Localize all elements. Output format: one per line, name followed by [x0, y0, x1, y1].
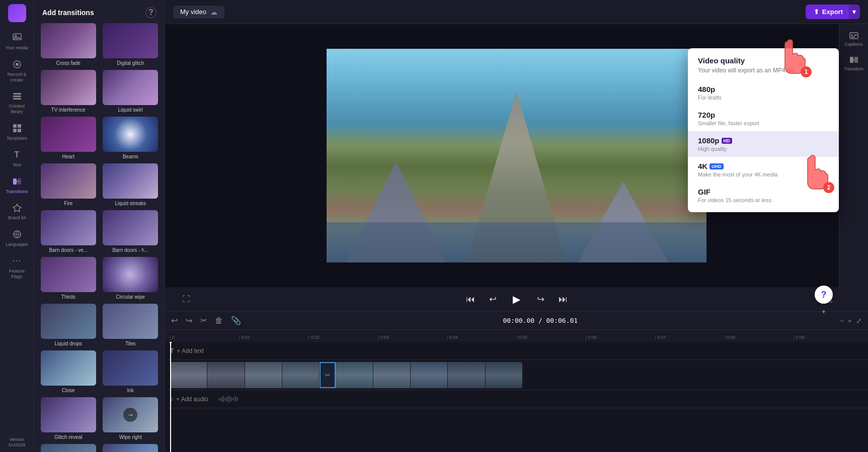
sidebar-item-text[interactable]: T Text [0, 145, 34, 172]
preview-area: Video quality Your video will export as … [165, 24, 868, 287]
label-beams: Beams [123, 154, 138, 159]
transition-heart[interactable]: Heart [39, 117, 98, 159]
skip-forward-button[interactable]: ⏭ [557, 292, 570, 307]
sidebar-label-brand-kit: Brand kit [8, 215, 26, 221]
transition-cross-fade[interactable]: Cross fade [39, 23, 98, 66]
feature-flags-icon: ··· [12, 255, 23, 266]
clip-frame [411, 362, 448, 388]
export-button[interactable]: ⬆ Export [806, 5, 851, 19]
ruler-line-4 [447, 336, 448, 340]
transition-liquid-swirl[interactable]: Liquid swirl [102, 70, 160, 113]
sidebar-item-content-library[interactable]: Contentlibrary [0, 86, 34, 119]
svg-rect-9 [13, 129, 17, 132]
quality-option-gif[interactable]: GIF For videos 15 seconds or less [688, 183, 839, 208]
sidebar-item-feature-flags[interactable]: ··· FeatureFlags [0, 251, 34, 284]
add-audio-label[interactable]: + Add audio [176, 396, 208, 403]
right-panel-transition[interactable]: Transition [844, 55, 863, 71]
timeline-zoom-controls: − + ⤢ [840, 317, 862, 325]
wipe-right-arrow: → [123, 408, 137, 422]
transition-wipe-left[interactable]: ← Wipe left [39, 444, 98, 452]
svg-rect-8 [18, 124, 21, 128]
record-create-icon [12, 59, 23, 70]
quality-option-1080p[interactable]: 1080p HD High quality [688, 131, 839, 157]
quality-option-4k[interactable]: 4K UHD Make the most of your 4K media [688, 157, 839, 183]
redo-button[interactable]: ↪ [186, 316, 192, 325]
forward-button[interactable]: ↪ [535, 292, 546, 307]
quality-name-4k: 4K UHD [698, 162, 829, 170]
sidebar-item-templates[interactable]: Templates [0, 119, 34, 145]
thumb-close [41, 350, 96, 386]
fit-button[interactable]: ⤢ [856, 317, 862, 325]
transition-glitch-reveal[interactable]: Glitch reveal [39, 397, 98, 440]
delete-button[interactable]: 🗑 [215, 316, 223, 325]
transition-liquid-drops[interactable]: Liquid drops [39, 304, 98, 346]
ruler-line-0 [170, 336, 171, 340]
svg-rect-18 [850, 57, 853, 63]
quality-option-720p[interactable]: 720p Smaller file, faster export [688, 106, 839, 131]
ruler-mark-6: 0:06 [586, 335, 655, 340]
transition-wipe-right[interactable]: → Wipe right [102, 397, 160, 440]
quality-desc-480p: For drafts [698, 95, 829, 101]
screen-icon-button[interactable]: ⛶ [180, 293, 192, 306]
transition-barn-doors-v[interactable]: Barn doors - ve... [39, 210, 98, 253]
transition-beams[interactable]: Beams [102, 117, 160, 159]
thumb-barn-doors-v [41, 210, 96, 245]
svg-rect-14 [850, 33, 858, 39]
sidebar-item-transitions[interactable]: Transitions [0, 172, 34, 199]
project-tab[interactable]: My video ☁ [173, 6, 224, 19]
app-logo [8, 4, 26, 22]
transition-barn-doors-h[interactable]: Barn doors - h... [102, 210, 160, 253]
label-liquid-swirl: Liquid swirl [118, 107, 143, 113]
undo-button[interactable]: ↩ [171, 316, 178, 325]
audio-waveform [218, 394, 238, 404]
quality-option-480p[interactable]: 480p For drafts [688, 80, 839, 106]
ruler-label-3: 0:03 [380, 335, 389, 340]
thumb-liquid-drops [41, 304, 96, 339]
transition-tv-interference[interactable]: TV interference [39, 70, 98, 113]
transition-fire[interactable]: Fire [39, 163, 98, 206]
play-button[interactable]: ▶ [509, 291, 525, 307]
sidebar-item-languages[interactable]: Languages [0, 225, 34, 251]
skip-back-button[interactable]: ⏮ [464, 292, 477, 307]
help-button[interactable]: ? [815, 286, 833, 304]
sidebar-item-record-create[interactable]: Record &create [0, 55, 34, 87]
label-ink: Ink [127, 388, 134, 393]
label-close: Close [62, 388, 75, 393]
timeline-collapse-button[interactable]: ▾ [815, 307, 833, 316]
languages-icon [12, 229, 23, 240]
player-controls: ⛶ ⏮ ↩ ▶ ↪ ⏭ ⛶ [165, 287, 868, 311]
top-bar: My video ☁ ⬆ Export ▾ [165, 0, 868, 24]
sidebar-item-brand-kit[interactable]: Brand kit [0, 198, 34, 225]
transition-close[interactable]: Close [39, 350, 98, 393]
transitions-help-icon[interactable]: ? [145, 7, 156, 18]
zoom-in-button[interactable]: + [848, 317, 852, 325]
transition-wipe-down[interactable]: ↓ Wipe down [102, 444, 160, 452]
svg-rect-11 [13, 178, 17, 185]
text-track[interactable]: T + Add text [165, 342, 868, 360]
video-clip[interactable]: ✂ [170, 362, 522, 388]
sidebar-label-languages: Languages [6, 242, 28, 247]
transition-thirds[interactable]: Thirds [39, 257, 98, 300]
attach-button[interactable]: 📎 [231, 316, 241, 325]
right-panel-captions[interactable]: Captions [845, 30, 863, 47]
ruler-mark-5: 0:05 [517, 335, 586, 340]
sidebar-item-your-media[interactable]: Your media [0, 28, 34, 55]
export-dropdown-trigger[interactable]: ▾ [848, 5, 860, 19]
export-quality-dropdown: Video quality Your video will export as … [688, 48, 839, 212]
quality-name-720p: 720p [698, 111, 829, 119]
transition-digital-glitch[interactable]: Digital glitch [102, 23, 160, 66]
transition-ink[interactable]: Ink [102, 350, 160, 393]
templates-icon [12, 123, 23, 134]
transition-liquid-streaks[interactable]: Liquid streaks [102, 163, 160, 206]
ruler-label-7: 0:07 [657, 335, 666, 340]
scissors-button[interactable]: ✂ [200, 316, 207, 325]
clip-frame [170, 362, 207, 388]
uhd-badge: UHD [709, 163, 724, 169]
ruler-mark-7: 0:07 [655, 335, 725, 340]
transition-tiles[interactable]: Tiles [102, 304, 160, 346]
zoom-out-button[interactable]: − [840, 317, 844, 325]
transition-circular-wipe[interactable]: Circular wipe [102, 257, 160, 300]
add-text-label[interactable]: + Add text [177, 347, 204, 354]
ruler-marks: 0 0:01 0:02 0:03 0:04 [165, 335, 868, 340]
rewind-button[interactable]: ↩ [487, 292, 499, 307]
